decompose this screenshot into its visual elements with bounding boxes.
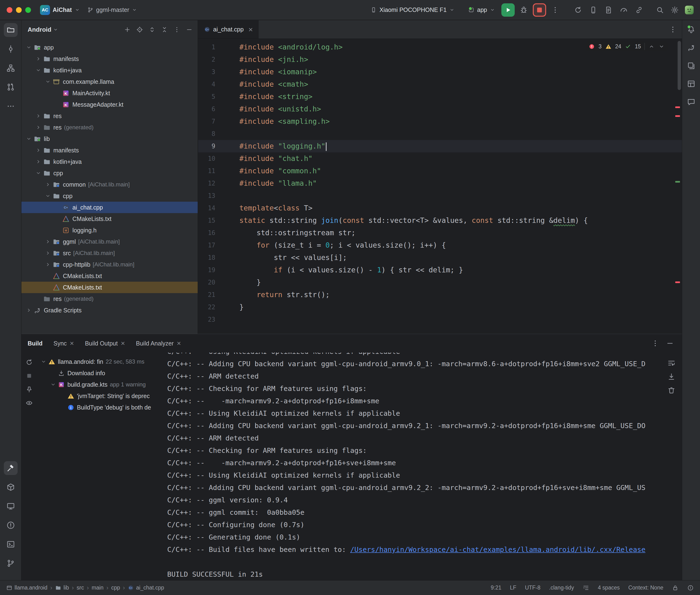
tree-item-ggml[interactable]: ggml[AiChat.lib.main] [22, 236, 198, 247]
breadcrumb-item-lib[interactable]: lib [55, 585, 69, 591]
tree-item-res[interactable]: res(generated) [22, 122, 198, 133]
indent-icon[interactable] [583, 585, 589, 591]
tool-strip-gradle-button[interactable] [685, 41, 698, 54]
avatar[interactable] [684, 4, 695, 16]
context-widget[interactable]: Context: None [628, 585, 663, 591]
tree-item-src[interactable]: src[AiChat.lib.main] [22, 247, 198, 259]
tree-item-kotlin-java[interactable]: kotlin+java [22, 156, 198, 167]
locate-file-button[interactable] [134, 24, 145, 35]
code-line-2[interactable]: 2#include <jni.h> [198, 53, 682, 66]
inspection-widget[interactable]: 3 24 15 [586, 41, 668, 51]
code-line-10[interactable]: 10#include "chat.h" [198, 152, 682, 165]
chevron-down-icon[interactable] [25, 43, 33, 51]
tree-item-cmakelists-txt[interactable]: CMakeLists.txt [22, 213, 198, 225]
chevron-right-icon[interactable] [44, 249, 52, 257]
error-stripe-mark[interactable] [675, 107, 680, 108]
debug-button[interactable] [518, 4, 529, 16]
chevron-right-icon[interactable] [34, 146, 43, 154]
project-widget[interactable]: AC AiChat [37, 3, 83, 17]
tool-strip-problems-button[interactable] [4, 518, 18, 532]
tree-item-mainactivity-kt[interactable]: KMainActivity.kt [22, 87, 198, 99]
breadcrumb-item-src[interactable]: src [77, 585, 84, 591]
encoding-widget[interactable]: UTF-8 [525, 585, 540, 591]
branch-widget[interactable]: ggml-master [84, 4, 140, 15]
tree-item-lib[interactable]: lib [22, 133, 198, 144]
run-button[interactable] [501, 3, 515, 17]
code-line-16[interactable]: 16 std::ostringstream str; [198, 227, 682, 239]
status-indicator-icon[interactable] [687, 585, 694, 591]
build-tab-sync[interactable]: Sync× [54, 340, 74, 347]
analyzer-widget[interactable]: .clang-tidy [549, 585, 574, 591]
tree-item-gradle-scripts[interactable]: Gradle Scripts [22, 305, 198, 316]
tree-item-jvmtarget-string-is-deprec[interactable]: 'jvmTarget: String' is deprec [38, 390, 167, 402]
code-line-15[interactable]: 15static std::string join(const std::vec… [198, 214, 682, 227]
code-line-13[interactable]: 13 [198, 190, 682, 202]
gradle-sync-button[interactable] [572, 4, 584, 16]
editor-scrollbar[interactable] [678, 41, 681, 90]
tree-item-res[interactable]: res [22, 110, 198, 122]
more-run-actions-button[interactable] [550, 4, 561, 16]
chevron-right-icon[interactable] [34, 123, 43, 132]
chevron-down-icon[interactable] [49, 380, 57, 389]
tool-strip-commit-button[interactable] [4, 42, 18, 56]
run-configuration-selector[interactable]: app [465, 4, 498, 15]
pin-button[interactable] [24, 384, 34, 395]
close-window-button[interactable] [7, 7, 12, 13]
code-line-17[interactable]: 17 for (size_t i = 0; i < values.size();… [198, 239, 682, 251]
code-line-9[interactable]: 9#include "logging.h" [198, 140, 682, 152]
code-line-18[interactable]: 18 str << values[i]; [198, 251, 682, 264]
error-stripe-mark[interactable] [675, 115, 680, 117]
settings-button[interactable] [669, 4, 680, 16]
chevron-right-icon[interactable] [25, 306, 33, 314]
tree-item-build-gradle-kts[interactable]: Kbuild.gradle.ktsapp 1 warning [38, 379, 167, 390]
build-tab-build-output[interactable]: Build Output× [85, 340, 125, 347]
code-line-5[interactable]: 5#include <string> [198, 90, 682, 103]
tree-item-cmakelists-txt[interactable]: CMakeLists.txt [22, 270, 198, 282]
tool-strip-app-quality-insights-button[interactable] [685, 95, 698, 108]
code-line-12[interactable]: 12#include "llama.h" [198, 177, 682, 190]
next-problem-icon[interactable] [658, 43, 665, 50]
caret-position-widget[interactable]: 9:21 [491, 585, 501, 591]
tool-strip-device-explorer-button[interactable] [685, 59, 698, 72]
tree-item-cpp[interactable]: cpp [22, 190, 198, 202]
tree-item-buildtype-debug-is-both-de[interactable]: BuildType 'debug' is both de [38, 402, 167, 413]
previous-problem-icon[interactable] [648, 43, 655, 50]
stop-button[interactable] [533, 3, 546, 17]
tool-strip-packages-button[interactable] [4, 480, 18, 494]
code-line-22[interactable]: 22} [198, 301, 682, 313]
tree-item-ai-chat-cpp[interactable]: C+ai_chat.cpp [22, 202, 198, 213]
line-ending-widget[interactable]: LF [510, 585, 516, 591]
code-line-3[interactable]: 3#include <iomanip> [198, 66, 682, 78]
search-everywhere-button[interactable] [654, 4, 666, 16]
scroll-to-end-button[interactable] [666, 371, 677, 382]
tree-item-com-example-llama[interactable]: com.example.llama [22, 76, 198, 87]
clear-all-button[interactable] [666, 385, 677, 395]
chevron-right-icon[interactable] [44, 237, 52, 246]
collapse-all-button[interactable] [159, 24, 170, 35]
error-stripe-mark[interactable] [675, 281, 680, 283]
lock-icon[interactable] [672, 585, 678, 591]
breadcrumb-item-ai-chat-cpp[interactable]: C+ai_chat.cpp [128, 585, 164, 591]
tree-item-res[interactable]: res(generated) [22, 293, 198, 305]
code-line-4[interactable]: 4#include <cmath> [198, 78, 682, 90]
tool-strip-notifications-button[interactable] [685, 23, 698, 36]
breadcrumb-item-cpp[interactable]: cpp [111, 585, 120, 591]
tree-item-cpp-httplib[interactable]: cpp-httplib[AiChat.lib.main] [22, 259, 198, 270]
chevron-down-icon[interactable] [34, 66, 43, 74]
tree-item-app[interactable]: app [22, 42, 198, 53]
chevron-right-icon[interactable] [34, 112, 43, 120]
tool-strip-structure-button[interactable] [4, 61, 18, 75]
code-line-23[interactable]: 23 [198, 313, 682, 326]
code-line-8[interactable]: 8 [198, 128, 682, 140]
hide-panel-button[interactable] [184, 24, 194, 35]
build-tab-build-analyzer[interactable]: Build Analyzer× [136, 340, 181, 347]
close-tab-icon[interactable]: × [70, 340, 74, 347]
more-options-button[interactable] [171, 24, 182, 35]
tool-strip-version-control-button[interactable] [4, 557, 18, 570]
chevron-right-icon[interactable] [34, 158, 43, 166]
build-options-button[interactable] [649, 338, 661, 349]
tree-item-messageadapter-kt[interactable]: KMessageAdapter.kt [22, 99, 198, 110]
tree-item-cmakelists-txt[interactable]: CMakeLists.txt [22, 282, 198, 293]
tool-strip-pull-requests-button[interactable] [4, 80, 18, 94]
code-line-7[interactable]: 7#include <sampling.h> [198, 115, 682, 128]
